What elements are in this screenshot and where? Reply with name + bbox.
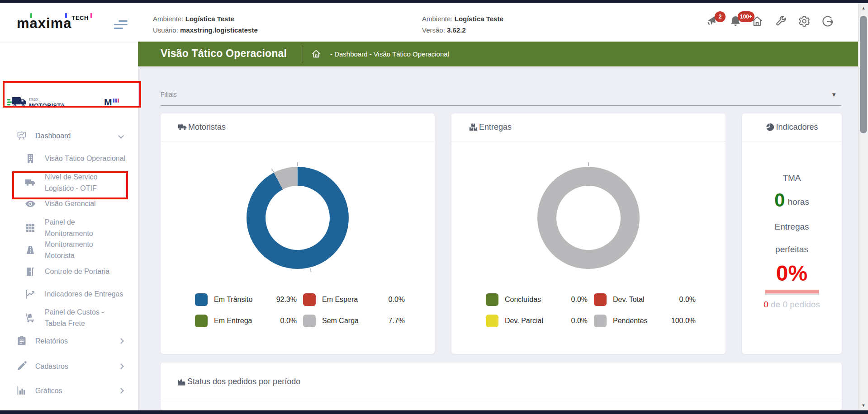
max-motorista-truck-logo — [7, 95, 27, 109]
status-card-title: Status dos pedidos por período — [187, 377, 300, 386]
legend-swatch — [594, 315, 607, 327]
legend-item-dev-total[interactable]: Dev. Total 0.0% — [594, 293, 696, 306]
logo-brand-suffix: TECH — [71, 14, 88, 21]
sidebar-item-indicadores-de-entregas[interactable]: Indicadores de Entregas — [25, 288, 129, 300]
sidebar-item-relatorios[interactable]: Relatórios — [16, 334, 129, 348]
chevron-down-icon — [118, 133, 124, 139]
chevron-right-icon — [118, 363, 124, 369]
legend-swatch — [303, 293, 316, 306]
tma-value: 0horas — [742, 189, 842, 211]
scrollbar-thumb[interactable] — [860, 16, 867, 133]
entregas-card-header: Entregas — [451, 113, 726, 141]
pencil-icon — [16, 361, 27, 372]
indicadores-card-header: Indicadores — [742, 113, 842, 141]
legend-item-sem-carga[interactable]: Sem Carga 7.7% — [303, 315, 405, 327]
sidebar-item-monitoramento-motorista[interactable]: MonitoramentoMotorista — [25, 239, 129, 261]
breadcrumb-home-icon[interactable] — [311, 49, 321, 59]
motoristas-legend: Em Trânsito 92.3% Em Espera 0.0% Em Entr… — [195, 293, 405, 327]
announcements-badge: 2 — [715, 11, 726, 22]
titlebar-divider — [302, 46, 302, 62]
percent-underline-bar — [765, 290, 819, 293]
motoristas-card-title: Motoristas — [188, 122, 226, 132]
legend-item-em-espera[interactable]: Em Espera 0.0% — [303, 293, 405, 306]
chevron-right-icon — [118, 388, 124, 394]
app-header: maximaTECH Ambiente: Logística Teste Usu… — [0, 3, 858, 42]
legend-item-dev-parcial[interactable]: Dev. Parcial 0.0% — [486, 315, 588, 327]
pedidos-summary: 0 de 0 pedidos — [742, 300, 842, 310]
area-chart-icon — [177, 377, 186, 386]
entregas-perfeitas-percent: 0% — [742, 261, 842, 286]
legend-swatch — [594, 293, 607, 306]
legend-item-em-entrega[interactable]: Em Entrega 0.0% — [195, 315, 297, 327]
grid-icon — [25, 222, 36, 233]
status-card-header: Status dos pedidos por período — [161, 362, 842, 401]
logo-tick-blue — [65, 13, 67, 18]
legend-item-pendentes[interactable]: Pendentes 100.0% — [594, 315, 696, 327]
sidebar-item-painel-de-monitoramento[interactable]: Painel deMonitoramento — [25, 216, 129, 239]
window-bottom-strip — [0, 410, 868, 414]
motoristas-card-header: Motoristas — [161, 113, 435, 141]
legend-item-concluidas[interactable]: Concluídas 0.0% — [486, 293, 588, 306]
sidebar-item-visao-gerencial[interactable]: Visão Gerencial — [25, 198, 129, 209]
sidebar-item-painel-de-custos[interactable]: Painel de Custos -Tabela Frete — [25, 306, 129, 329]
vertical-scrollbar[interactable]: ▲ ▼ — [858, 3, 868, 410]
sidebar-item-visao-tatico-operacional[interactable]: Visão Tático Operacional — [25, 153, 129, 164]
window-top-strip — [0, 0, 868, 3]
breadcrumb: - Dashboard - Visão Tático Operacional — [330, 50, 449, 58]
entregas-donut-chart[interactable] — [537, 167, 640, 269]
sidebar-item-graficos[interactable]: Gráficos — [16, 384, 129, 397]
truck-icon — [178, 122, 187, 132]
tma-label: TMA — [742, 173, 842, 183]
filiais-select[interactable]: Filiais ▼ — [161, 89, 841, 106]
building-icon — [25, 153, 36, 164]
hand-truck-icon — [25, 312, 36, 323]
motoristas-donut-chart[interactable] — [247, 167, 349, 269]
sidebar: max MOTORISTA M Dashboard Visão Tático O… — [0, 42, 138, 410]
chart-line-icon — [25, 289, 36, 300]
logo-tick-green — [30, 13, 32, 18]
legend-item-em-transito[interactable]: Em Trânsito 92.3% — [195, 293, 297, 306]
entregas-perfeitas-line2: perfeitas — [742, 245, 842, 254]
sidebar-item-controle-de-portaria[interactable]: Controle de Portaria — [25, 266, 129, 277]
boxes-icon — [469, 122, 478, 132]
entregas-card-title: Entregas — [479, 122, 512, 132]
status-pedidos-card: Status dos pedidos por período — [161, 362, 842, 410]
page-titlebar: Visão Tático Operacional - Dashboard - V… — [138, 42, 858, 66]
sidebar-item-dashboard[interactable]: Dashboard — [16, 129, 129, 142]
clipboard-icon — [16, 335, 27, 346]
maxima-tech-logo: maximaTECH — [17, 13, 107, 34]
logout-icon[interactable] — [821, 15, 834, 28]
donut-hole — [266, 186, 330, 250]
max-motorista-wordmark: max MOTORISTA — [29, 96, 65, 108]
dashboard-icon — [16, 130, 27, 141]
scroll-down-arrow[interactable]: ▼ — [859, 401, 868, 409]
sidebar-item-cadastros[interactable]: Cadastros — [16, 359, 129, 373]
entregas-legend: Concluídas 0.0% Dev. Total 0.0% Dev. Par… — [486, 293, 696, 327]
notifications-badge: 100+ — [738, 11, 754, 22]
pie-chart-icon — [765, 122, 775, 132]
legend-swatch — [303, 315, 316, 327]
indicadores-card-title: Indicadores — [776, 122, 818, 132]
door-icon — [25, 266, 36, 277]
sidebar-toggle-button[interactable] — [114, 20, 128, 30]
filiais-select-label: Filiais — [161, 91, 177, 98]
entregas-card: Entregas Concluídas 0.0% Dev. Total 0.0%… — [451, 113, 726, 354]
motoristas-card: Motoristas Em Trânsito 92.3% Em Espera 0… — [161, 113, 435, 354]
truck-icon — [25, 177, 36, 188]
logo-brand-name: maxima — [17, 15, 71, 31]
environment-info-right: Ambiente: Logística Teste Versão: 3.62.2 — [422, 13, 503, 36]
donut-hole — [556, 186, 621, 250]
logo-tick-pink — [90, 13, 92, 18]
gear-icon[interactable] — [798, 15, 811, 28]
legend-swatch — [486, 293, 498, 306]
legend-swatch — [195, 315, 208, 327]
legend-swatch — [195, 293, 208, 306]
scroll-up-arrow[interactable]: ▲ — [859, 4, 868, 12]
sidebar-item-nivel-de-servico-otif[interactable]: Nível de ServicoLogístico - OTIF — [25, 171, 129, 194]
road-icon — [25, 245, 36, 255]
eye-icon — [25, 198, 36, 209]
mini-brand-logo: M — [104, 97, 119, 108]
bar-chart-icon — [16, 385, 27, 396]
wrench-icon[interactable] — [774, 15, 787, 28]
environment-info-left: Ambiente: Logística Teste Usuário: maxst… — [153, 13, 258, 36]
